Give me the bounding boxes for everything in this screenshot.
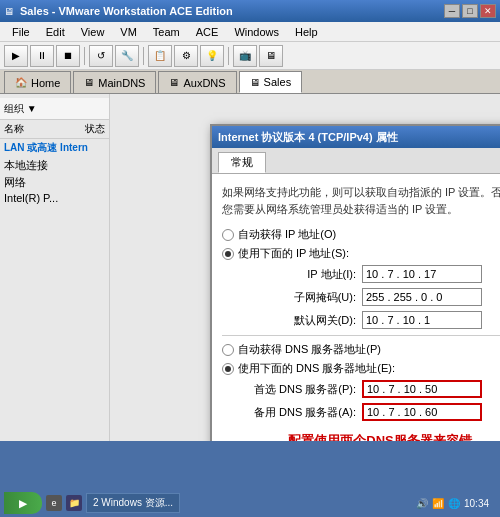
gateway-row: 默认网关(D): — [222, 311, 500, 329]
tab-sales-label: Sales — [264, 76, 292, 88]
start-label: ▶ — [19, 498, 27, 509]
sidebar-col-name: 名称 — [4, 122, 24, 136]
toolbar-btn-4[interactable]: ↺ — [89, 45, 113, 67]
sidebar-item-local[interactable]: 本地连接 — [0, 157, 109, 174]
status-bar: ▶ e 📁 2 Windows 资源... 🔊 📶 🌐 10:34 — [0, 489, 500, 517]
secondary-dns-label: 备用 DNS 服务器(A): — [222, 405, 362, 420]
title-bar: 🖥 Sales - VMware Workstation ACE Edition… — [0, 0, 500, 22]
toolbar-btn-1[interactable]: ▶ — [4, 45, 28, 67]
ip-address-label: IP 地址(I): — [222, 267, 362, 282]
tab-auxdns-label: AuxDNS — [183, 77, 225, 89]
menu-windows[interactable]: Windows — [226, 24, 287, 40]
taskbar-item-label: 2 Windows 资源... — [93, 496, 173, 510]
toolbar-btn-7[interactable]: ⚙ — [174, 45, 198, 67]
org-label[interactable]: 组织 ▼ — [4, 102, 37, 116]
toolbar-btn-6[interactable]: 📋 — [148, 45, 172, 67]
tcp-dialog-titlebar: Internet 协议版本 4 (TCP/IPv4) 属性 ? ✕ — [212, 126, 500, 148]
primary-dns-label: 首选 DNS 服务器(P): — [222, 382, 362, 397]
tcp-dialog: Internet 协议版本 4 (TCP/IPv4) 属性 ? ✕ 常规 如果网… — [210, 124, 500, 441]
tcp-description: 如果网络支持此功能，则可以获取自动指派的 IP 设置。否则， 您需要从网络系统管… — [222, 184, 500, 217]
toolbar-sep-1 — [84, 47, 85, 65]
radio-manual-ip-label: 使用下面的 IP 地址(S): — [238, 246, 349, 261]
tab-auxdns[interactable]: 🖥 AuxDNS — [158, 71, 236, 93]
maindns-icon: 🖥 — [84, 77, 94, 88]
title-bar-text: Sales - VMware Workstation ACE Edition — [20, 5, 444, 17]
close-button[interactable]: ✕ — [480, 4, 496, 18]
radio-manual-ip-row[interactable]: 使用下面的 IP 地址(S): — [222, 246, 500, 261]
tab-home-label: Home — [31, 77, 60, 89]
menu-edit[interactable]: Edit — [38, 24, 73, 40]
menu-file[interactable]: File — [4, 24, 38, 40]
clock: 10:34 — [464, 498, 496, 509]
content-pane: Internet 协议版本 4 (TCP/IPv4) 属性 ? ✕ 常规 如果网… — [110, 94, 500, 441]
radio-manual-dns[interactable] — [222, 363, 234, 375]
maximize-button[interactable]: □ — [462, 4, 478, 18]
sidebar-toolbar: 组织 ▼ — [0, 98, 109, 120]
tray-icon-3: 🌐 — [448, 498, 460, 509]
menu-help[interactable]: Help — [287, 24, 326, 40]
divider — [222, 335, 500, 336]
secondary-dns-input[interactable] — [362, 403, 482, 421]
menu-vm[interactable]: VM — [112, 24, 145, 40]
taskbar-icon-folder[interactable]: 📁 — [66, 495, 82, 511]
menu-team[interactable]: Team — [145, 24, 188, 40]
toolbar-btn-8[interactable]: 💡 — [200, 45, 224, 67]
subnet-row: 子网掩码(U): — [222, 288, 500, 306]
ip-address-row: IP 地址(I): — [222, 265, 500, 283]
tray-icon-1: 🔊 — [416, 498, 428, 509]
sidebar-col-status: 状态 — [85, 122, 105, 136]
toolbar-btn-10[interactable]: 🖥 — [259, 45, 283, 67]
radio-auto-ip-row[interactable]: 自动获得 IP 地址(O) — [222, 227, 500, 242]
toolbar-btn-3[interactable]: ⏹ — [56, 45, 80, 67]
tcp-tabs: 常规 — [212, 148, 500, 174]
sales-icon: 🖥 — [250, 77, 260, 88]
subnet-label: 子网掩码(U): — [222, 290, 362, 305]
toolbar-btn-5[interactable]: 🔧 — [115, 45, 139, 67]
tcp-tab-general[interactable]: 常规 — [218, 152, 266, 173]
secondary-dns-row: 备用 DNS 服务器(A): — [222, 403, 500, 421]
tcp-dialog-title-text: Internet 协议版本 4 (TCP/IPv4) 属性 — [218, 130, 500, 145]
menu-ace[interactable]: ACE — [188, 24, 227, 40]
tab-sales[interactable]: 🖥 Sales — [239, 71, 303, 93]
sidebar-item-network[interactable]: 网络 — [0, 174, 109, 191]
tab-maindns[interactable]: 🖥 MainDNS — [73, 71, 156, 93]
radio-auto-ip-label: 自动获得 IP 地址(O) — [238, 227, 336, 242]
tabs-bar: 🏠 Home 🖥 MainDNS 🖥 AuxDNS 🖥 Sales — [0, 70, 500, 94]
sidebar: 组织 ▼ 名称 状态 LAN 或高速 Intern 本地连接 网络 Intel(… — [0, 94, 110, 441]
radio-manual-dns-row[interactable]: 使用下面的 DNS 服务器地址(E): — [222, 361, 500, 376]
menu-view[interactable]: View — [73, 24, 113, 40]
toolbar-btn-9[interactable]: 📺 — [233, 45, 257, 67]
tcp-body: 如果网络支持此功能，则可以获取自动指派的 IP 设置。否则， 您需要从网络系统管… — [212, 174, 500, 441]
toolbar-sep-2 — [143, 47, 144, 65]
tray-icon-2: 📶 — [432, 498, 444, 509]
radio-manual-dns-label: 使用下面的 DNS 服务器地址(E): — [238, 361, 395, 376]
radio-auto-ip[interactable] — [222, 229, 234, 241]
radio-manual-ip[interactable] — [222, 248, 234, 260]
tab-maindns-label: MainDNS — [98, 77, 145, 89]
sidebar-item-intel[interactable]: Intel(R) P... — [0, 191, 109, 205]
tab-home[interactable]: 🏠 Home — [4, 71, 71, 93]
toolbar-sep-3 — [228, 47, 229, 65]
start-button[interactable]: ▶ — [4, 492, 42, 514]
home-icon: 🏠 — [15, 77, 27, 88]
radio-auto-dns-label: 自动获得 DNS 服务器地址(P) — [238, 342, 381, 357]
main-content: 组织 ▼ 名称 状态 LAN 或高速 Intern 本地连接 网络 Intel(… — [0, 94, 500, 441]
toolbar: ▶ ⏸ ⏹ ↺ 🔧 📋 ⚙ 💡 📺 🖥 — [0, 42, 500, 70]
gateway-label: 默认网关(D): — [222, 313, 362, 328]
menu-bar: File Edit View VM Team ACE Windows Help — [0, 22, 500, 42]
taskbar-item-windows[interactable]: 2 Windows 资源... — [86, 493, 180, 513]
radio-auto-dns-row[interactable]: 自动获得 DNS 服务器地址(P) — [222, 342, 500, 357]
primary-dns-input[interactable] — [362, 380, 482, 398]
system-tray: 🔊 📶 🌐 10:34 — [416, 498, 496, 509]
radio-auto-dns[interactable] — [222, 344, 234, 356]
minimize-button[interactable]: ─ — [444, 4, 460, 18]
toolbar-btn-2[interactable]: ⏸ — [30, 45, 54, 67]
sidebar-section-lan: LAN 或高速 Intern — [0, 139, 109, 157]
taskbar-icon-ie[interactable]: e — [46, 495, 62, 511]
primary-dns-row: 首选 DNS 服务器(P): — [222, 380, 500, 398]
auxdns-icon: 🖥 — [169, 77, 179, 88]
subnet-input[interactable] — [362, 288, 482, 306]
bottom-note: 配置使用两个DNS服务器来容错 — [222, 426, 500, 441]
ip-address-input[interactable] — [362, 265, 482, 283]
gateway-input[interactable] — [362, 311, 482, 329]
